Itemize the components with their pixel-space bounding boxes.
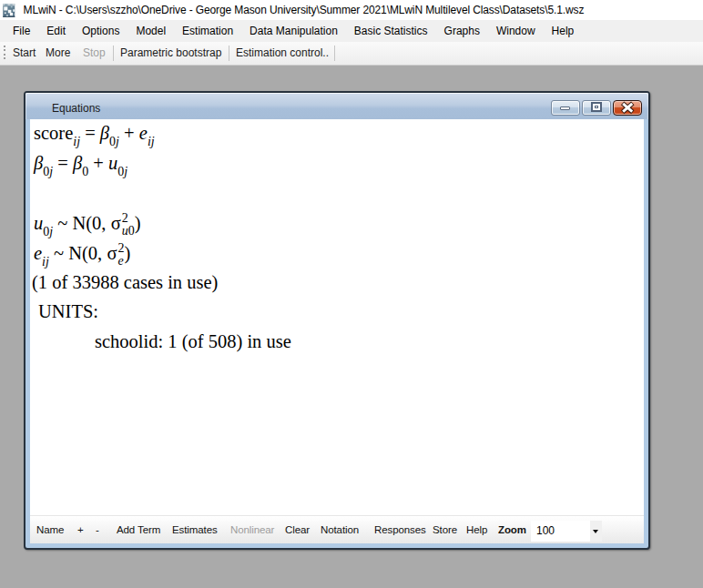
equations-titlebar[interactable]: Equations	[25, 93, 648, 119]
equations-content: scoreij = β0j + eijβ0j = β0 + u0ju0j ~ N…	[30, 119, 644, 543]
equation-line-4[interactable]: eij ~ N(0, σ2e)	[34, 238, 130, 269]
restore-button[interactable]	[582, 100, 611, 116]
restore-icon	[591, 102, 602, 112]
store-button[interactable]: Store	[433, 516, 457, 544]
stop-button: Stop	[83, 42, 106, 65]
name-button[interactable]: Name	[36, 516, 64, 544]
close-icon	[614, 101, 641, 115]
menu-options[interactable]: Options	[74, 20, 127, 42]
equations-window: Equations scoreij = β0j + eijβ0j = β0	[24, 91, 650, 550]
menu-estimation[interactable]: Estimation	[174, 20, 241, 42]
menu-window[interactable]: Window	[488, 20, 544, 42]
nonlinear-button: Nonlinear	[230, 516, 274, 544]
menu-model[interactable]: Model	[127, 20, 174, 42]
chevron-down-icon	[593, 530, 598, 533]
cases-in-use-line[interactable]: (1 of 33988 cases in use)	[32, 268, 218, 298]
schoolid-line[interactable]: schoolid: 1 (of 508) in use	[34, 327, 291, 357]
minimize-icon	[560, 106, 570, 110]
menu-file[interactable]: File	[5, 20, 38, 42]
menu-help[interactable]: Help	[544, 20, 583, 42]
more-button[interactable]: More	[46, 42, 70, 65]
equations-area: scoreij = β0j + eijβ0j = β0 + u0ju0j ~ N…	[30, 118, 644, 514]
equations-window-title: Equations	[52, 102, 100, 115]
toolbar-separator	[113, 46, 114, 61]
equations-toolbar: 100 Name+-Add TermEstimatesNonlinearClea…	[30, 515, 644, 543]
zoom-combobox[interactable]: 100	[531, 521, 602, 542]
app-title: MLwiN - C:\Users\szzho\OneDrive - George…	[24, 4, 585, 16]
estimates-button[interactable]: Estimates	[172, 516, 218, 544]
zoom-label[interactable]: Zoom	[498, 516, 526, 544]
estimation-control-button[interactable]: Estimation control..	[236, 42, 329, 65]
notation-button[interactable]: Notation	[321, 516, 359, 544]
zoom-dropdown-button[interactable]	[590, 521, 602, 542]
toolbar-separator	[334, 46, 335, 61]
zoom-value: 100	[536, 523, 555, 539]
clear-button[interactable]: Clear	[285, 516, 310, 544]
equation-line-2[interactable]: β0j = β0 + u0j	[34, 148, 127, 178]
menu-graphs[interactable]: Graphs	[436, 20, 488, 42]
menu-edit[interactable]: Edit	[38, 20, 74, 42]
parametric-bootstrap-button[interactable]: Parametric bootstrap	[120, 42, 221, 65]
responses-button[interactable]: Responses	[374, 516, 426, 544]
minimize-button[interactable]	[551, 100, 580, 116]
units-line[interactable]: UNITS:	[34, 297, 98, 327]
start-button[interactable]: Start	[13, 42, 36, 65]
add-term-button[interactable]: Add Term	[117, 516, 160, 544]
menu-data-manipulation[interactable]: Data Manipulation	[241, 20, 346, 42]
mlwin-app-icon	[3, 4, 15, 17]
plus-button[interactable]: +	[77, 516, 84, 544]
menu-basic-statistics[interactable]: Basic Statistics	[346, 20, 436, 42]
app-titlebar: MLwiN - C:\Users\szzho\OneDrive - George…	[0, 0, 703, 20]
close-button[interactable]	[613, 100, 642, 116]
minus-button[interactable]: -	[96, 516, 99, 544]
equation-line-1[interactable]: scoreij = β0j + eij	[34, 118, 155, 148]
help-button[interactable]: Help	[466, 516, 487, 544]
app-toolbar: Start More Stop Parametric bootstrap Est…	[0, 42, 703, 66]
equation-line-3[interactable]: u0j ~ N(0, σ2u0)	[34, 208, 141, 238]
toolbar-separator	[229, 46, 229, 61]
toolbar-grip[interactable]	[4, 46, 5, 61]
menubar: FileEditOptionsModelEstimationData Manip…	[0, 20, 703, 42]
